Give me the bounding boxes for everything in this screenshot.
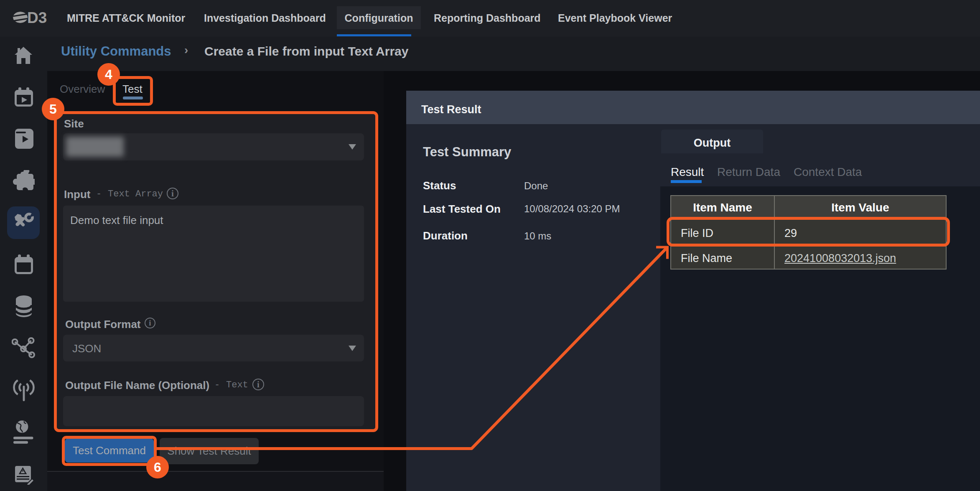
svg-text:D3: D3 [27,12,47,26]
